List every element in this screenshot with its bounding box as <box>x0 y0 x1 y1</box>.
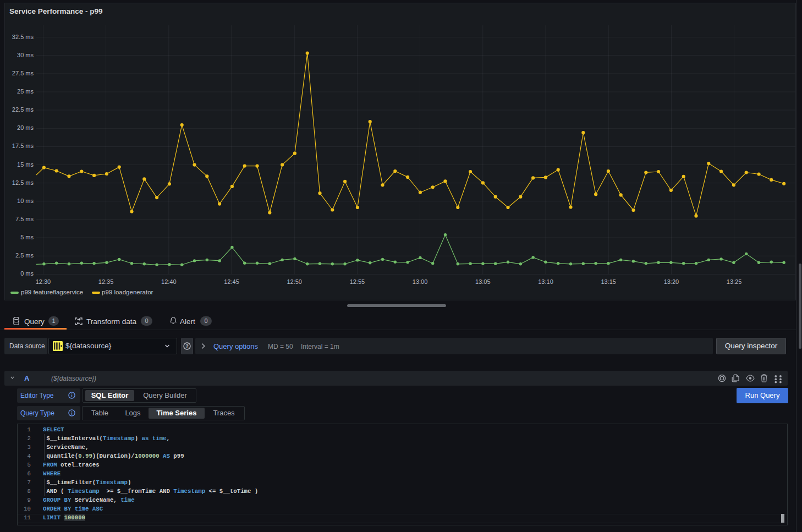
svg-text:?: ? <box>185 343 189 349</box>
